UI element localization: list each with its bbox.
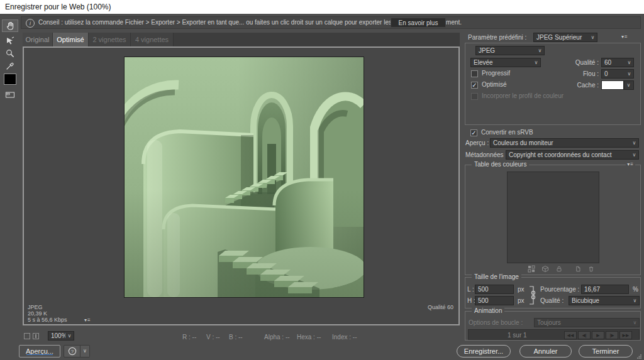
first-frame-button: ◀◀ [564, 331, 577, 339]
preview-mode-label: Aperçu : [465, 139, 489, 146]
learn-more-button[interactable]: En savoir plus [391, 18, 446, 28]
blur-label: Flou : [569, 70, 599, 77]
chevron-down-icon [65, 333, 74, 339]
window-titlebar: Enregistrer pour le Web (100%) [0, 0, 644, 14]
readout-green: V : -- [206, 334, 220, 341]
toggle-slices-visibility-button[interactable] [2, 89, 18, 101]
animation-playback-bar: 1 sur 1 ◀◀ ◀| ▶ |▶ ▶▶ [468, 329, 640, 340]
percent-input[interactable] [581, 285, 629, 294]
resample-quality-label: Qualité : [540, 297, 564, 304]
width-label: L : [467, 286, 474, 293]
compression-select[interactable]: Elevée [470, 58, 541, 67]
height-input[interactable] [475, 296, 514, 305]
browser-globe-icon: ? [67, 346, 77, 356]
chevron-down-icon [625, 82, 633, 88]
chevron-down-icon [625, 60, 633, 65]
metadata-select[interactable]: Copyright et coordonnées du contact [506, 150, 639, 160]
save-button[interactable]: Enregistrer... [457, 345, 511, 357]
preset-select[interactable]: JPEG Supérieur [533, 33, 597, 42]
preview-mode-select[interactable]: Couleurs du moniteur [490, 138, 639, 148]
frame-counter-label: 1 sur 1 [508, 332, 527, 339]
chevron-down-icon [630, 140, 638, 146]
optimized-checkbox[interactable] [471, 82, 478, 89]
zoom-tool-button[interactable] [2, 47, 18, 60]
new-color-icon [574, 265, 582, 273]
done-button[interactable]: Terminer [579, 345, 633, 357]
resize-grip[interactable] [636, 354, 642, 359]
tab-4up[interactable]: 4 vignettes [131, 33, 174, 46]
dither-icon [528, 265, 535, 273]
preview-in-browser-button[interactable]: Aperçu... [19, 345, 60, 357]
chevron-down-icon [631, 320, 639, 325]
tool-palette [0, 14, 20, 360]
trash-icon [587, 265, 595, 273]
tab-original[interactable]: Original [23, 33, 53, 46]
animation-title: Animation [472, 307, 504, 314]
tab-optimized[interactable]: Optimisé [53, 33, 89, 46]
color-table-swatches-area [507, 172, 599, 263]
preview-pane: JPEG 20,39 K 5 s à 56,6 Kbps Qualité 60 [23, 46, 460, 325]
color-table-menu-icon[interactable] [626, 161, 635, 167]
slice-select-tool-button[interactable] [2, 35, 18, 47]
slices-visibility-icon [4, 90, 16, 100]
preview-quality-label: Qualité 60 [428, 304, 453, 310]
matte-select-chevron[interactable] [624, 80, 634, 90]
image-size-group: Taille de l'image L : px H : px Pourcent… [465, 277, 641, 308]
settings-panel-menu-icon[interactable] [621, 34, 628, 40]
zoom-level-select[interactable]: 100% [48, 331, 74, 341]
magnifier-icon [5, 48, 15, 58]
web-shift-cube-icon [541, 265, 549, 273]
percent-label: Pourcentage : [540, 286, 579, 293]
svg-text:?: ? [70, 349, 74, 354]
blur-slider-field[interactable]: 0 [601, 69, 634, 79]
preview-filesize-label: 20,39 K [28, 310, 47, 317]
hand-tool-button[interactable] [2, 19, 18, 32]
matte-color-swatch[interactable] [601, 80, 624, 90]
window-title: Enregistrer pour le Web (100%) [0, 3, 111, 11]
readout-red: R : -- [182, 334, 196, 341]
play-button: ▶ [592, 331, 604, 339]
metadata-label: Métadonnées : [465, 151, 507, 158]
height-unit-label: px [518, 297, 525, 304]
readout-hexa: Hexa : -- [297, 334, 321, 341]
eyedropper-color-swatch[interactable] [4, 74, 16, 85]
progressive-label: Progressif [482, 70, 510, 77]
eyedropper-tool-button[interactable] [2, 60, 18, 72]
convert-srgb-label: Convertir en sRVB [481, 129, 533, 136]
width-unit-label: px [518, 286, 525, 293]
format-settings-group: JPEG Elevée Qualité : 60 Progressif Flou… [465, 43, 641, 125]
convert-srgb-checkbox[interactable] [470, 129, 477, 136]
chevron-down-icon [631, 298, 639, 303]
readout-alpha: Alpha : -- [264, 334, 290, 341]
matte-label: Cache : [569, 82, 599, 89]
format-select[interactable]: JPEG [475, 46, 545, 55]
chevron-down-icon [532, 60, 540, 65]
width-input[interactable] [475, 285, 514, 294]
browser-select-button[interactable]: ? [64, 345, 80, 357]
progressive-checkbox[interactable] [471, 70, 478, 77]
chevron-down-icon [536, 48, 544, 53]
preview-tabs: Original Optimisé 2 vignettes 4 vignette… [23, 33, 460, 46]
quality-slider-field[interactable]: 60 [601, 58, 634, 67]
previous-frame-button: ◀| [578, 331, 591, 339]
color-table-group: Table des couleurs [465, 165, 641, 275]
browser-select-chevron[interactable]: ∨ [80, 345, 90, 357]
info-icon: i [26, 19, 35, 28]
status-square-icon-2[interactable] [33, 333, 39, 339]
slice-select-icon [5, 36, 15, 46]
percent-unit-label: % [633, 286, 638, 293]
link-dimensions-icon[interactable] [528, 285, 538, 306]
green-arches-stairs-render [125, 57, 364, 297]
cancel-button[interactable]: Annuler [519, 345, 572, 357]
lock-icon [555, 265, 563, 273]
optimized-image-canvas[interactable] [124, 57, 364, 298]
embed-profile-checkbox [471, 93, 478, 100]
optimized-label: Optimisé [482, 81, 506, 88]
chevron-down-icon [625, 71, 633, 77]
resample-quality-select[interactable]: Bicubique [569, 296, 640, 305]
tab-2up[interactable]: 2 vignettes [89, 33, 131, 46]
chevron-down-icon [589, 35, 597, 40]
status-square-icon-1[interactable] [24, 333, 30, 339]
download-speed-menu-icon[interactable] [84, 317, 91, 323]
chevron-down-icon [630, 152, 638, 158]
